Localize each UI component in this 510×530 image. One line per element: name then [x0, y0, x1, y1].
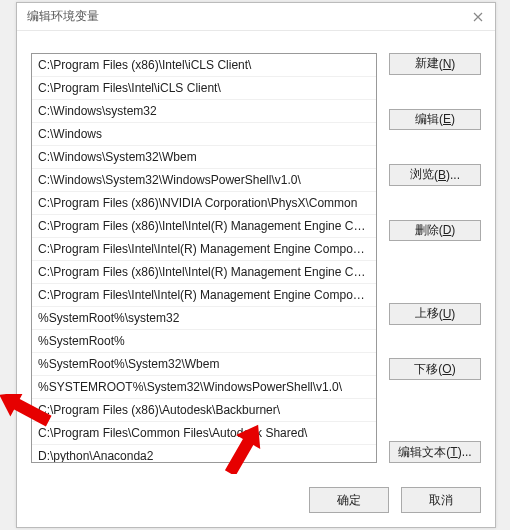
moveup-button[interactable]: 上移(U)	[389, 303, 481, 325]
list-item[interactable]: %SystemRoot%	[32, 330, 376, 353]
list-item[interactable]: C:\Program Files\Intel\Intel(R) Manageme…	[32, 238, 376, 261]
list-item[interactable]: C:\Program Files\Intel\Intel(R) Manageme…	[32, 284, 376, 307]
list-item[interactable]: %SYSTEMROOT%\System32\WindowsPowerShell\…	[32, 376, 376, 399]
list-item[interactable]: C:\Windows\System32\Wbem	[32, 146, 376, 169]
new-button[interactable]: 新建(N)	[389, 53, 481, 75]
movedown-button[interactable]: 下移(O)	[389, 358, 481, 380]
edit-button[interactable]: 编辑(E)	[389, 109, 481, 131]
path-list[interactable]: C:\Program Files (x86)\Intel\iCLS Client…	[31, 53, 377, 463]
list-item[interactable]: D:\python\Anaconda2	[32, 445, 376, 463]
list-item[interactable]: C:\Program Files\Common Files\Autodesk S…	[32, 422, 376, 445]
close-icon[interactable]	[469, 8, 487, 26]
delete-button[interactable]: 删除(D)	[389, 220, 481, 242]
button-sidebar: 新建(N) 编辑(E) 浏览(B)... 删除(D) 上移(U) 下移(O) 编…	[389, 53, 481, 463]
browse-button[interactable]: 浏览(B)...	[389, 164, 481, 186]
list-item[interactable]: C:\Program Files (x86)\NVIDIA Corporatio…	[32, 192, 376, 215]
cancel-button[interactable]: 取消	[401, 487, 481, 513]
list-item[interactable]: %SystemRoot%\System32\Wbem	[32, 353, 376, 376]
edittext-button[interactable]: 编辑文本(T)...	[389, 441, 481, 463]
list-item[interactable]: C:\Program Files\Intel\iCLS Client\	[32, 77, 376, 100]
list-item[interactable]: C:\Windows\System32\WindowsPowerShell\v1…	[32, 169, 376, 192]
list-item[interactable]: C:\Windows\system32	[32, 100, 376, 123]
list-item[interactable]: C:\Program Files (x86)\Intel\iCLS Client…	[32, 54, 376, 77]
dialog-title: 编辑环境变量	[27, 8, 99, 25]
ok-button[interactable]: 确定	[309, 487, 389, 513]
env-var-dialog: 编辑环境变量 C:\Program Files (x86)\Intel\iCLS…	[16, 2, 496, 528]
list-item[interactable]: C:\Program Files (x86)\Autodesk\Backburn…	[32, 399, 376, 422]
dialog-footer: 确定 取消	[31, 475, 481, 513]
titlebar: 编辑环境变量	[17, 3, 495, 31]
list-item[interactable]: C:\Program Files (x86)\Intel\Intel(R) Ma…	[32, 215, 376, 238]
list-item[interactable]: %SystemRoot%\system32	[32, 307, 376, 330]
list-item[interactable]: C:\Windows	[32, 123, 376, 146]
list-item[interactable]: C:\Program Files (x86)\Intel\Intel(R) Ma…	[32, 261, 376, 284]
